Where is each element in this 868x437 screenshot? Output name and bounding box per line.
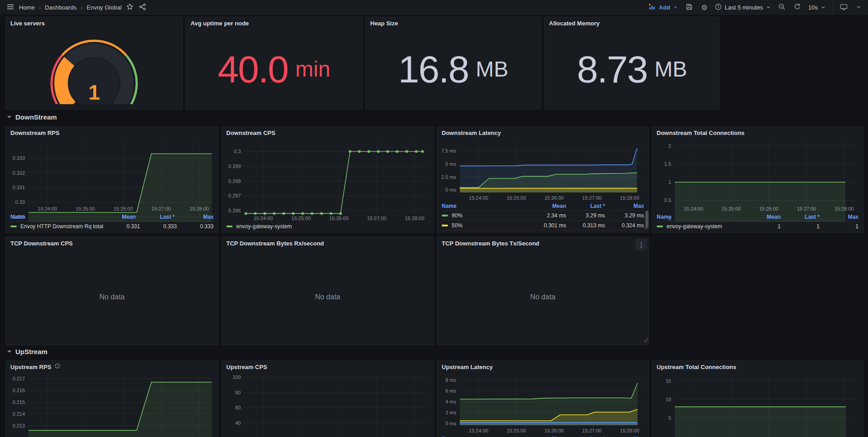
breadcrumb-dashboards[interactable]: Dashboards <box>45 4 76 11</box>
panel-title[interactable]: Downstream CPS <box>226 130 275 136</box>
refresh-interval-select[interactable]: 10s <box>808 4 826 12</box>
info-icon[interactable] <box>54 363 61 371</box>
panel-title[interactable]: Upstream CPS <box>226 364 267 370</box>
panel-title[interactable]: Heap Size <box>370 20 398 27</box>
panel-resize-handle[interactable] <box>644 336 648 344</box>
legend-column-header[interactable]: Max <box>605 203 644 209</box>
legend-series-name[interactable]: 90% <box>442 212 527 219</box>
nav-more-chevron[interactable] <box>855 3 863 12</box>
legend-series-name[interactable]: 99% <box>442 232 527 233</box>
y-axis-tick-label: 2.5 ms <box>439 174 456 180</box>
panel-title[interactable]: Avg uptime per node <box>191 20 249 27</box>
legend-series-chip <box>442 215 448 216</box>
share-dashboard-button[interactable] <box>138 2 147 13</box>
legend-column-header[interactable]: Last * <box>566 203 605 209</box>
kebab-menu-icon: ⋮ <box>638 241 645 248</box>
dashboard-settings-button[interactable]: ⚙ <box>700 3 708 12</box>
legend-series-name[interactable]: Envoy HTTP Downstream Rq total <box>10 223 103 230</box>
timeseries-chart: 0.30.2990.2980.2970.29615:24:0015:25:001… <box>224 139 431 222</box>
x-axis-tick-label: 15:28:00 <box>612 195 647 201</box>
x-axis-tick-label: 15:25:00 <box>499 428 534 433</box>
legend-item[interactable]: envoy-gateway-system <box>226 222 429 231</box>
favorite-star-button[interactable] <box>125 2 134 13</box>
chart-legend: NameMeanLast *MaxEnvoy HTTP Downstream R… <box>6 212 218 232</box>
panel-title[interactable]: Downstream Total Connections <box>657 130 744 136</box>
legend-column-header[interactable]: Name <box>657 214 742 220</box>
legend-series-name[interactable]: 50% <box>442 222 527 229</box>
x-axis-tick-label: 15:25:00 <box>499 195 534 201</box>
kiosk-mode-button[interactable] <box>839 2 849 13</box>
panel-title[interactable]: Upstream RPS <box>10 364 51 370</box>
y-axis-tick-label: 0.298 <box>224 178 241 184</box>
legend-header-row: NameMeanLast *Max <box>657 212 858 221</box>
x-axis-tick-label: 15:27:00 <box>789 206 824 211</box>
legend-column-header[interactable]: Name <box>442 203 527 209</box>
y-axis-tick-label: 0.33 <box>8 199 25 205</box>
legend-column-header[interactable]: Mean <box>742 214 781 220</box>
panel-title[interactable]: TCP Downstream Bytes Tx/Second <box>442 240 539 247</box>
panel-title[interactable]: Upstream Latency <box>442 364 493 370</box>
legend-column-header[interactable]: Mean <box>527 436 566 437</box>
x-axis-tick-label: 15:24:00 <box>246 216 281 221</box>
panel-title[interactable]: TCP Downstream CPS <box>10 240 73 247</box>
legend-column-header[interactable]: Name <box>442 436 527 437</box>
chevron-down-icon <box>856 4 862 11</box>
chevron-down-icon <box>673 4 678 12</box>
legend-column-header[interactable]: Name <box>10 214 97 220</box>
x-axis-tick-label: 15:27:00 <box>359 216 394 221</box>
x-axis-tick-label: 15:26:00 <box>752 206 786 211</box>
legend-column-header[interactable]: Max <box>820 214 858 220</box>
add-panel-button[interactable]: Add <box>649 3 678 12</box>
section-row-downstream[interactable]: DownStream <box>6 113 57 121</box>
x-axis-tick-label: 15:25:00 <box>714 206 749 211</box>
panel-live-servers: Live servers 1 <box>5 17 183 110</box>
zoom-out-time-button[interactable] <box>777 2 787 13</box>
y-axis-tick-label: 0 ms <box>439 187 456 192</box>
chart-plot-area <box>29 375 212 437</box>
panel-title[interactable]: TCP Downstream Bytes Rx/second <box>226 240 324 247</box>
panel-title[interactable]: Downstream Latency <box>442 130 501 136</box>
save-dashboard-button[interactable] <box>685 2 694 13</box>
nav-separator <box>832 4 833 12</box>
panel-title[interactable]: Upstream Total Connections <box>657 364 736 370</box>
legend-column-header[interactable]: Last * <box>136 214 175 220</box>
time-range-picker[interactable]: Last 5 minutes <box>715 3 771 12</box>
chart-plot-area <box>460 375 642 425</box>
section-label: DownStream <box>15 113 57 121</box>
panel-title[interactable]: Allocated Memory <box>549 20 600 27</box>
panel-avg-uptime: Avg uptime per node 40.0 min <box>186 17 362 110</box>
legend-header-row: NameMeanLast *Max <box>10 212 214 221</box>
section-row-upstream[interactable]: UpStream <box>6 348 48 355</box>
breadcrumb-current: Envoy Global <box>86 4 121 11</box>
legend-column-header[interactable]: Last * <box>566 436 605 437</box>
panel-menu-button[interactable]: ⋮ <box>635 239 647 250</box>
panel-resize-handle[interactable] <box>644 224 648 232</box>
chart-plot-area <box>244 141 427 222</box>
y-axis-tick-label: 60 <box>224 405 241 410</box>
legend-column-header[interactable]: Max <box>605 436 644 437</box>
y-axis-tick-label: 8 ms <box>439 377 456 383</box>
legend-column-header[interactable]: Mean <box>97 214 136 220</box>
legend-column-header[interactable]: Mean <box>527 203 566 209</box>
mega-menu-toggle[interactable] <box>5 2 15 13</box>
chart-plot-area <box>244 375 427 437</box>
grafana-dashboard: Home › Dashboards › Envoy Global <box>0 0 868 437</box>
legend-series-name[interactable]: envoy-gateway-system <box>657 223 742 230</box>
legend-column-header[interactable]: Max <box>175 214 214 220</box>
panel-title[interactable]: Downstream RPS <box>10 130 59 136</box>
y-axis-tick-label: 0.333 <box>8 155 25 161</box>
legend-series-name[interactable]: envoy-gateway-system <box>236 223 292 230</box>
legend-series-chip <box>10 226 17 227</box>
y-axis-tick-label: 5 <box>654 415 671 421</box>
monitor-icon <box>840 3 848 12</box>
panel-downstream-cps: Downstream CPS 0.30.2990.2980.2970.29615… <box>221 126 434 233</box>
legend-column-header[interactable]: Last * <box>781 214 820 220</box>
stat-value: 40.0 min <box>186 29 362 109</box>
panel-title[interactable]: Live servers <box>10 20 45 27</box>
x-axis-tick-label: 15:24:00 <box>462 428 496 433</box>
refresh-button[interactable] <box>793 2 802 13</box>
breadcrumb-home[interactable]: Home <box>19 4 35 11</box>
y-axis-tick-label: 0.3 <box>224 149 241 154</box>
y-axis-tick-label: 100 <box>224 375 241 380</box>
legend-value: 1 <box>742 223 781 230</box>
